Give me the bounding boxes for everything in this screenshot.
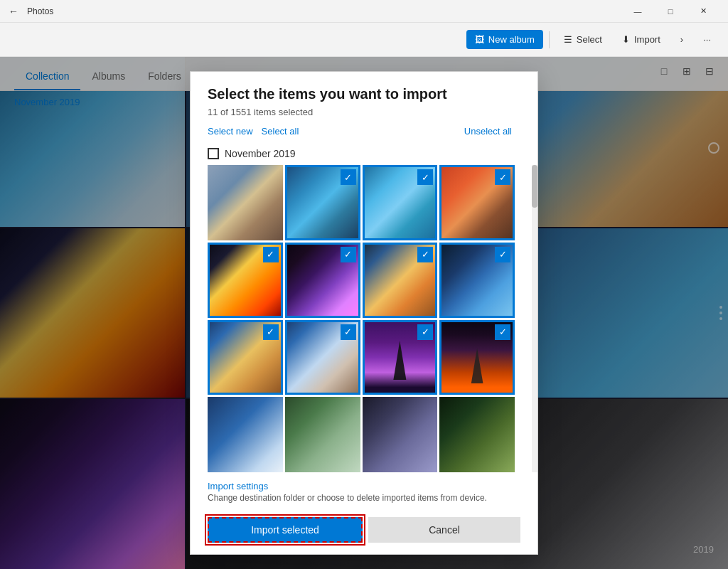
new-album-button[interactable]: 🖼 New album	[466, 30, 543, 49]
check-badge-9: ✓	[263, 324, 279, 340]
new-album-icon: 🖼	[475, 34, 484, 45]
more-button[interactable]: ···	[695, 30, 719, 49]
photo-item-10[interactable]: ✓	[285, 320, 360, 395]
photo-item-11[interactable]: ✓	[363, 320, 438, 395]
title-bar-controls: — □ ✕	[621, 0, 719, 23]
eiffel-tower-shape-2	[467, 348, 487, 383]
dialog-scroll-area: ✓ ✓ ✓ ✓	[191, 165, 537, 472]
month-label: November 2019	[225, 148, 296, 159]
dialog-scrollbar-thumb[interactable]	[532, 165, 537, 208]
check-badge-5: ✓	[263, 247, 279, 262]
import-dialog: Select the items you want to import 11 o…	[190, 71, 538, 555]
import-settings-link[interactable]: Import settings	[208, 481, 520, 491]
check-badge-10: ✓	[341, 324, 356, 340]
select-all-link[interactable]: Select all	[262, 126, 299, 137]
photo-item-1[interactable]	[208, 165, 283, 240]
photo-grid: ✓ ✓ ✓ ✓	[191, 165, 532, 472]
check-badge-6: ✓	[341, 247, 356, 262]
photo-item-13[interactable]	[208, 397, 283, 472]
check-badge-4: ✓	[495, 169, 510, 185]
photo-bg-13	[208, 397, 283, 472]
import-selected-button[interactable]: Import selected	[208, 517, 363, 543]
photo-bg-16	[439, 397, 515, 472]
photo-item-3[interactable]: ✓	[363, 165, 438, 240]
month-header: November 2019	[191, 145, 537, 165]
import-settings-desc: Change destination folder or choose to d…	[208, 493, 520, 503]
dialog-scrollbar[interactable]	[532, 165, 537, 472]
dialog-footer: Import selected Cancel	[191, 509, 537, 554]
photo-bg-15	[363, 397, 438, 472]
close-button[interactable]: ✕	[687, 0, 719, 23]
photo-item-7[interactable]: ✓	[363, 243, 438, 318]
unselect-all-link[interactable]: Unselect all	[464, 126, 512, 137]
new-album-label: New album	[488, 34, 535, 45]
modal-overlay: Select the items you want to import 11 o…	[0, 57, 728, 569]
photo-item-14[interactable]	[285, 397, 360, 472]
eiffel-tower-shape-1	[389, 341, 410, 380]
dialog-title: Select the items you want to import	[208, 86, 520, 102]
import-label: Import	[634, 34, 660, 45]
cancel-button[interactable]: Cancel	[368, 517, 520, 543]
select-icon: ☰	[564, 34, 572, 45]
photo-item-15[interactable]	[363, 397, 438, 472]
toolbar: 🖼 New album ☰ Select ⬇ Import › ···	[0, 23, 728, 57]
title-bar: ← Photos — □ ✕	[0, 0, 728, 23]
check-badge-3: ✓	[417, 169, 433, 185]
app-title: Photos	[27, 6, 53, 16]
dialog-header: Select the items you want to import 11 o…	[191, 72, 537, 145]
import-icon: ⬇	[622, 34, 630, 45]
photo-item-5[interactable]: ✓	[208, 243, 283, 318]
select-new-link[interactable]: Select new	[208, 126, 253, 137]
photo-bg-14	[285, 397, 360, 472]
check-badge-8: ✓	[495, 247, 510, 262]
minimize-button[interactable]: —	[621, 0, 654, 23]
dialog-subtitle: 11 of 1551 items selected	[208, 107, 520, 117]
photo-item-9[interactable]: ✓	[208, 320, 283, 395]
main-content: Collection Albums Folders □ ⊞ ⊟ November…	[0, 57, 728, 569]
check-badge-11: ✓	[417, 324, 433, 340]
dialog-actions-top: Select new Select all Unselect all	[208, 126, 520, 137]
photo-item-4[interactable]: ✓	[439, 165, 515, 240]
check-badge-7: ✓	[417, 247, 433, 262]
back-button[interactable]: ←	[9, 6, 18, 17]
import-settings-section: Import settings Change destination folde…	[191, 472, 537, 509]
import-button[interactable]: ⬇ Import	[614, 30, 669, 49]
photo-bg-1	[208, 165, 283, 240]
check-badge-12: ✓	[495, 324, 510, 340]
photo-item-6[interactable]: ✓	[285, 243, 360, 318]
select-label: Select	[577, 34, 602, 45]
photo-item-12[interactable]: ✓	[439, 320, 515, 395]
select-button[interactable]: ☰ Select	[555, 30, 611, 49]
photo-item-2[interactable]: ✓	[285, 165, 360, 240]
photo-item-16[interactable]	[439, 397, 515, 472]
chevron-right-button[interactable]: ›	[672, 30, 692, 49]
title-bar-left: ← Photos	[9, 6, 53, 17]
month-checkbox[interactable]	[208, 148, 219, 159]
check-badge-2: ✓	[341, 169, 356, 185]
photo-item-8[interactable]: ✓	[439, 243, 515, 318]
maximize-button[interactable]: □	[654, 0, 687, 23]
toolbar-separator	[549, 31, 550, 48]
